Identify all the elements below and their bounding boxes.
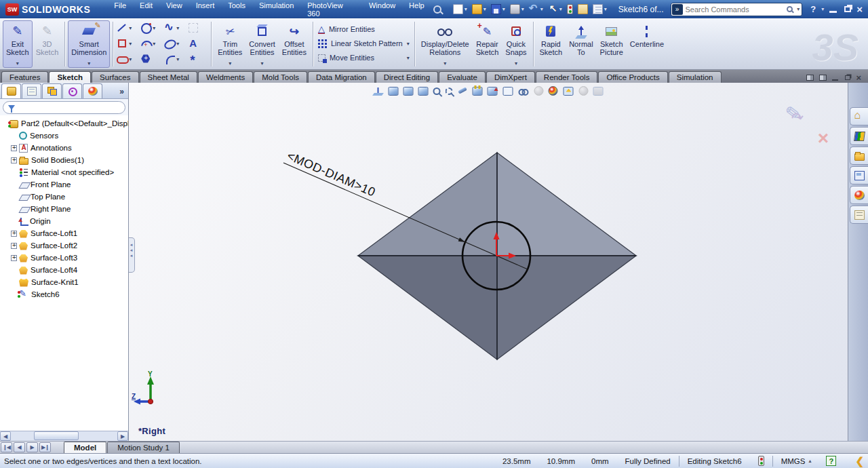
appearances-button[interactable] [850,186,868,204]
expand-toggle-icon[interactable] [11,231,17,237]
panel-collapse-handle[interactable]: ◂ ◂ ◂ [129,237,135,273]
offset-entities-button[interactable]: Offset Entities [279,20,310,68]
scroll-left-button[interactable]: ◀ [0,431,11,441]
command-tab[interactable]: DimXpert [486,71,535,83]
view-cube-2-button[interactable] [402,86,415,96]
menu-item[interactable]: Insert [190,0,221,20]
apply-scene-button[interactable] [547,85,560,96]
command-tab[interactable]: Weldments [198,71,253,83]
restore-button[interactable] [844,6,851,12]
command-tab[interactable]: Surfaces [92,71,138,83]
dropdown-arrow-icon[interactable]: ▾ [521,6,524,12]
ellipse-button[interactable]: ▾ [162,36,186,52]
rebuild-button[interactable]: ▾ [565,3,575,16]
doc-minimize-button[interactable] [832,75,838,81]
smart-dimension-button[interactable]: Smart Dimension ▾ [68,20,110,68]
dropdown-arrow-icon[interactable]: ▾ [604,6,607,12]
dimension-text[interactable]: <MOD-DIAM>10 [285,149,377,199]
slot-button[interactable]: ▾ [115,52,138,67]
exit-sketch-confirm-icon[interactable]: ✎ [784,100,804,126]
text-button[interactable]: ▾ [186,36,210,52]
dropdown-arrow-icon[interactable]: ▾ [261,60,264,67]
tree-item[interactable]: Origin [0,215,128,227]
command-tab[interactable]: Render Tools [536,71,598,83]
help-dropdown-icon[interactable]: ▾ [821,6,824,12]
tree-item[interactable]: Part2 (Default<<Default>_Displa [0,117,128,130]
previous-button[interactable] [14,442,25,452]
point-button[interactable]: ▾ [186,52,210,67]
menu-item[interactable]: Window [363,0,401,20]
close-button[interactable]: × [856,6,863,13]
display-style-button[interactable] [502,86,515,96]
dropdown-arrow-icon[interactable]: ▾ [407,55,410,61]
new-document-button[interactable]: ▾ [451,3,469,16]
command-tab[interactable]: Features [1,71,48,83]
search-dropdown-icon[interactable]: ▾ [797,6,800,12]
command-tab[interactable]: Mold Tools [254,71,307,83]
repair-sketch-button[interactable]: ✎ Repair Sketch [473,20,502,68]
configurationmanager-button[interactable] [42,83,62,98]
options-button[interactable]: ▾ [576,3,590,16]
tree-item[interactable]: Right Plane [0,203,128,215]
minimize-button[interactable] [829,6,837,13]
design-library-button[interactable] [850,127,868,145]
sketch-geometry[interactable]: <MOD-DIAM>10 [129,83,848,441]
scroll-right-button[interactable]: ▶ [117,431,128,441]
exit-sketch-button[interactable]: ✎ Exit Sketch ▾ [3,20,33,68]
rectangle-button[interactable]: ▾ [115,36,138,52]
sketch-fillet-button[interactable]: ▾ [162,52,186,67]
study-tab[interactable]: Motion Study 1 [107,442,180,453]
menu-item[interactable]: Help [403,0,431,20]
zoom-to-fit-button[interactable] [372,86,385,96]
home-button[interactable] [850,107,868,125]
linear-sketch-pattern-button[interactable]: Linear Sketch Pattern ▾ [315,37,413,51]
select-box-button[interactable]: ▾ [186,20,210,36]
face-bottom-right[interactable] [497,256,636,359]
custom-properties-button[interactable] [850,206,868,224]
face-bottom-left[interactable] [358,256,497,359]
first-button[interactable] [1,442,12,452]
doc-restore-button[interactable] [845,75,850,80]
task-pane-expand-icon[interactable]: ❮ [855,455,864,467]
search-scope-icon[interactable]: » [672,4,683,15]
tree-item[interactable]: Surface-Loft1 [0,227,128,239]
preview-sphere-button[interactable] [578,85,590,96]
menu-item[interactable]: PhotoView 360 [301,0,361,20]
tree-item[interactable]: Surface-Knit1 [0,276,128,288]
command-tab[interactable]: Simulation [669,71,722,83]
save-button[interactable]: ▾ [489,3,507,16]
select-button[interactable]: ▾ [546,3,564,16]
spline-button[interactable]: ▾ [162,20,186,36]
view-cube-3-button[interactable] [417,86,430,96]
line-button[interactable]: ▾ [115,20,138,36]
pin-menu-icon[interactable] [433,5,441,14]
dropdown-arrow-icon[interactable]: ▾ [465,6,467,12]
expand-toggle-icon[interactable] [11,157,17,163]
menu-item[interactable]: Tools [222,0,252,20]
dropdown-arrow-icon[interactable]: ▾ [129,56,132,62]
tree-item[interactable]: Material <not specified> [0,166,128,178]
dropdown-arrow-icon[interactable]: ▾ [153,41,155,47]
view-cube-1-button[interactable] [387,86,400,96]
dropdown-arrow-icon[interactable]: ▾ [176,56,179,62]
display-delete-relations-button[interactable]: Display/Delete Relations ▾ [418,20,473,68]
dimxpertmanager-button[interactable] [62,83,82,98]
dropdown-arrow-icon[interactable]: ▾ [129,25,132,31]
tree-item[interactable]: Solid Bodies(1) [0,154,128,166]
expand-toggle-icon[interactable] [11,145,17,151]
section-view-button[interactable] [471,86,484,96]
study-tab[interactable]: Model [64,442,106,453]
zoom-previous-button[interactable] [444,87,454,96]
move-entities-button[interactable]: Move Entities ▾ [315,51,413,65]
quick-snaps-button[interactable]: Quick Snaps ▾ [502,20,530,68]
mirror-entities-button[interactable]: △ Mirror Entities [315,22,413,37]
cancel-sketch-icon[interactable]: × [818,130,829,147]
propertymanager-button[interactable] [22,83,41,98]
pane-left-icon[interactable] [806,75,814,81]
tree-item[interactable]: Front Plane [0,178,128,191]
face-top-right[interactable] [497,153,636,256]
menu-item[interactable]: Simulation [253,0,300,20]
dropdown-arrow-icon[interactable]: ▾ [515,60,517,67]
dropdown-arrow-icon[interactable]: ▾ [87,60,90,67]
doc-close-button[interactable]: × [856,75,861,81]
